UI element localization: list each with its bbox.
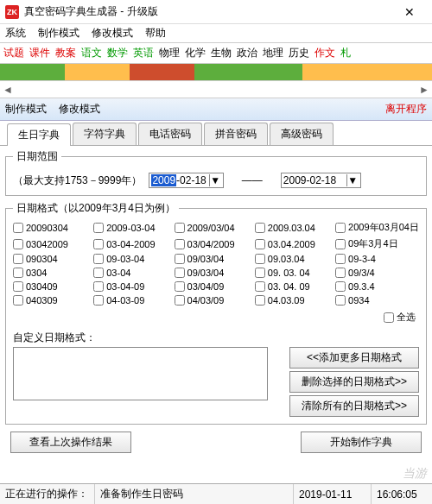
subject-13[interactable]: 札 — [340, 46, 351, 60]
subject-1[interactable]: 课件 — [29, 46, 50, 60]
format-checkbox-16[interactable] — [93, 268, 104, 278]
format-option-13[interactable]: 09.03.04 — [255, 254, 334, 264]
format-option-29[interactable]: 0934 — [335, 295, 419, 306]
format-checkbox-3[interactable] — [255, 223, 265, 233]
date-to-input[interactable]: ▼ — [281, 173, 361, 188]
menu-system[interactable]: 系统 — [5, 26, 26, 41]
format-checkbox-21[interactable] — [93, 281, 104, 292]
format-checkbox-15[interactable] — [13, 268, 23, 278]
format-checkbox-9[interactable] — [335, 239, 346, 249]
subject-9[interactable]: 政治 — [237, 46, 257, 60]
format-checkbox-24[interactable] — [335, 281, 346, 292]
format-checkbox-17[interactable] — [175, 268, 185, 278]
tab-0[interactable]: 生日字典 — [7, 123, 71, 146]
custom-format-input[interactable] — [13, 347, 268, 400]
select-all-box[interactable] — [384, 312, 394, 323]
format-checkbox-0[interactable] — [13, 223, 23, 233]
format-checkbox-13[interactable] — [255, 254, 265, 264]
format-checkbox-8[interactable] — [255, 239, 265, 249]
subject-2[interactable]: 教案 — [55, 46, 76, 60]
format-checkbox-26[interactable] — [93, 295, 104, 306]
format-option-16[interactable]: 03-04 — [93, 268, 172, 278]
format-checkbox-1[interactable] — [93, 223, 104, 233]
format-option-8[interactable]: 03.04.2009 — [255, 237, 334, 250]
date-to-field[interactable] — [283, 174, 344, 186]
format-option-15[interactable]: 0304 — [13, 268, 92, 278]
subject-10[interactable]: 地理 — [263, 46, 283, 60]
delete-format-button[interactable]: 删除选择的日期格式>> — [289, 371, 419, 393]
format-option-22[interactable]: 03/04/09 — [175, 281, 253, 292]
format-option-0[interactable]: 20090304 — [13, 221, 92, 234]
subject-12[interactable]: 作文 — [314, 46, 335, 60]
format-checkbox-19[interactable] — [335, 268, 346, 278]
format-checkbox-7[interactable] — [175, 239, 185, 249]
format-option-11[interactable]: 09-03-04 — [93, 254, 172, 264]
format-option-27[interactable]: 04/03/09 — [175, 295, 253, 306]
menu-make[interactable]: 制作模式 — [38, 26, 79, 41]
format-checkbox-27[interactable] — [175, 295, 185, 306]
format-option-23[interactable]: 03. 04. 09 — [255, 281, 334, 292]
format-option-9[interactable]: 09年3月4日 — [335, 237, 419, 250]
mode-make[interactable]: 制作模式 — [5, 102, 47, 117]
leave-program[interactable]: 离开程序 — [385, 102, 427, 117]
format-checkbox-4[interactable] — [335, 223, 346, 233]
format-option-2[interactable]: 2009/03/04 — [175, 221, 253, 234]
subject-0[interactable]: 试题 — [3, 46, 24, 60]
tab-2[interactable]: 电话密码 — [138, 123, 202, 145]
date-from-input[interactable]: 2009-02-18 ▼ — [149, 173, 223, 188]
format-option-20[interactable]: 030409 — [13, 281, 92, 292]
format-checkbox-20[interactable] — [13, 281, 23, 292]
format-option-7[interactable]: 03/04/2009 — [175, 237, 253, 250]
format-option-4[interactable]: 2009年03月04日 — [335, 221, 419, 234]
format-checkbox-5[interactable] — [13, 239, 23, 249]
format-checkbox-28[interactable] — [255, 295, 265, 306]
subject-6[interactable]: 物理 — [159, 46, 180, 60]
select-all-checkbox[interactable]: 全选 — [384, 311, 416, 324]
scroll-left-icon[interactable]: ◄ — [0, 84, 16, 96]
format-checkbox-6[interactable] — [93, 239, 104, 249]
format-option-6[interactable]: 03-04-2009 — [93, 237, 172, 250]
format-checkbox-25[interactable] — [13, 295, 23, 306]
format-checkbox-11[interactable] — [93, 254, 104, 264]
add-format-button[interactable]: <<添加更多日期格式 — [289, 347, 419, 369]
format-option-3[interactable]: 2009.03.04 — [255, 221, 334, 234]
menu-modify[interactable]: 修改模式 — [92, 26, 133, 41]
format-checkbox-12[interactable] — [175, 254, 185, 264]
format-option-28[interactable]: 04.03.09 — [255, 295, 334, 306]
format-option-26[interactable]: 04-03-09 — [93, 295, 172, 306]
format-option-12[interactable]: 09/03/04 — [175, 254, 253, 264]
format-option-14[interactable]: 09-3-4 — [335, 254, 419, 264]
scroll-right-icon[interactable]: ► — [416, 84, 432, 96]
format-checkbox-2[interactable] — [175, 223, 185, 233]
tab-3[interactable]: 拼音密码 — [204, 123, 268, 145]
format-option-24[interactable]: 09.3.4 — [335, 281, 419, 292]
format-checkbox-14[interactable] — [335, 254, 346, 264]
format-option-17[interactable]: 09/03/04 — [175, 268, 253, 278]
format-option-10[interactable]: 090304 — [13, 254, 92, 264]
close-icon[interactable]: ✕ — [392, 5, 427, 19]
view-last-result-button[interactable]: 查看上次操作结果 — [10, 432, 131, 453]
format-option-5[interactable]: 03042009 — [13, 237, 92, 250]
tab-4[interactable]: 高级密码 — [270, 123, 334, 145]
format-checkbox-10[interactable] — [13, 254, 23, 264]
menu-help[interactable]: 帮助 — [145, 26, 166, 41]
subject-11[interactable]: 历史 — [289, 46, 309, 60]
format-option-19[interactable]: 09/3/4 — [335, 268, 419, 278]
chevron-down-icon[interactable]: ▼ — [346, 174, 359, 186]
format-checkbox-23[interactable] — [255, 281, 265, 292]
subject-5[interactable]: 英语 — [133, 46, 154, 60]
format-checkbox-18[interactable] — [255, 268, 265, 278]
start-make-button[interactable]: 开始制作字典 — [301, 432, 422, 453]
tab-1[interactable]: 字符字典 — [73, 123, 137, 145]
chevron-down-icon[interactable]: ▼ — [209, 174, 221, 186]
format-checkbox-22[interactable] — [175, 281, 185, 292]
format-checkbox-29[interactable] — [335, 295, 346, 306]
mode-modify[interactable]: 修改模式 — [59, 102, 100, 117]
format-option-21[interactable]: 03-04-09 — [93, 281, 172, 292]
subject-4[interactable]: 数学 — [107, 46, 128, 60]
clear-format-button[interactable]: 清除所有的日期格式>> — [289, 395, 419, 417]
format-option-25[interactable]: 040309 — [13, 295, 92, 306]
subject-7[interactable]: 化学 — [185, 46, 206, 60]
subject-8[interactable]: 生物 — [211, 46, 232, 60]
format-option-1[interactable]: 2009-03-04 — [93, 221, 172, 234]
